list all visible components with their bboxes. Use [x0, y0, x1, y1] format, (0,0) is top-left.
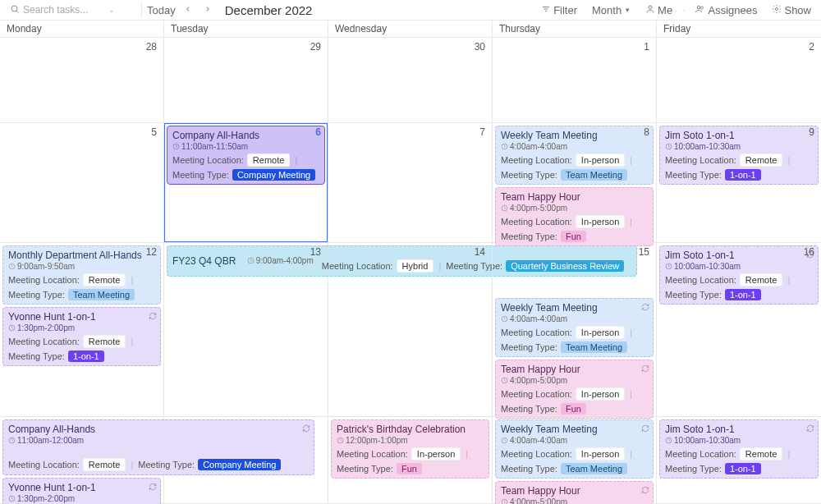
event-time: 9:00am-4:00pm	[247, 256, 314, 265]
meeting-type-label: Meeting Type:	[337, 464, 393, 474]
clock-icon	[8, 324, 16, 332]
person-icon	[645, 4, 655, 16]
day-header-thu: Thursday	[493, 21, 657, 37]
event-title: Patrick's Birthday Celebration	[337, 424, 484, 435]
pipe: |	[293, 155, 299, 165]
day-cell[interactable]: Jim Soto 1-on-1 10:00am-10:30am Meeting …	[657, 417, 821, 504]
clock-icon	[8, 495, 16, 502]
next-button[interactable]	[200, 2, 215, 17]
day-header-fri: Friday	[657, 21, 821, 37]
type-pill: Company Meeting	[232, 169, 315, 181]
date-number: 28	[146, 41, 157, 53]
day-cell[interactable]: 7	[328, 123, 493, 243]
event-jim-soto[interactable]: Jim Soto 1-on-1 10:00am-10:30am Meeting …	[659, 245, 819, 305]
meeting-location-label: Meeting Location:	[501, 328, 572, 337]
day-cell[interactable]: Company All-Hands 11:00am-12:00am Meetin…	[0, 417, 164, 504]
meeting-type-label: Meeting Type:	[501, 342, 557, 352]
event-yvonne[interactable]: Yvonne Hunt 1-on-1 1:30pm-2:00pm Meeting…	[2, 307, 161, 366]
meeting-type-label: Meeting Type:	[665, 170, 722, 180]
day-cell[interactable]: Weekly Team Meeting 4:00am-4:00am Meetin…	[493, 123, 657, 243]
day-cell[interactable]: 2	[657, 38, 821, 123]
recurring-icon	[641, 364, 649, 375]
search-wrap[interactable]: ⌄	[5, 2, 136, 18]
event-happy-hour[interactable]: Team Happy Hour 4:00pm-5:00pm Meeting Lo…	[495, 360, 654, 419]
show-label: Show	[784, 4, 811, 16]
event-happy-hour[interactable]: Team Happy Hour 4:00pm-5:00pm	[495, 481, 654, 504]
clock-icon	[337, 437, 344, 444]
view-select[interactable]: Month ▼	[587, 4, 635, 16]
filter-icon	[541, 4, 551, 16]
separator-dot: ·	[682, 4, 685, 16]
event-title: Company All-Hands	[172, 130, 319, 141]
day-cell[interactable]: 28	[0, 38, 164, 123]
event-weekly-team[interactable]: Weekly Team Meeting 4:00am-4:00am Meetin…	[495, 298, 654, 357]
event-yvonne[interactable]: Yvonne Hunt 1-on-1 1:30pm-2:00pm Meeting…	[2, 478, 161, 504]
event-title: Jim Soto 1-on-1	[665, 130, 813, 141]
day-cell[interactable]: 30	[328, 38, 493, 123]
event-happy-hour[interactable]: Team Happy Hour 4:00pm-5:00pm Meeting Lo…	[495, 187, 654, 246]
svg-point-6	[698, 6, 701, 9]
day-cell-today[interactable]: Company All-Hands 11:00am-11:50am Meetin…	[164, 123, 328, 243]
day-cell[interactable]: 1	[493, 38, 657, 123]
event-time: 4:00am-4:00am	[501, 436, 648, 445]
date-number: 8	[644, 126, 649, 138]
event-title: Team Happy Hour	[501, 191, 648, 203]
day-cell[interactable]: Weekly Team Meeting 4:00am-4:00am Meetin…	[493, 243, 657, 417]
chevron-down-icon[interactable]: ⌄	[108, 6, 115, 14]
day-cell[interactable]: 14	[328, 243, 493, 417]
event-weekly-team[interactable]: Weekly Team Meeting 4:00am-4:00am Meetin…	[495, 126, 654, 185]
clock-icon	[501, 498, 508, 504]
event-monthly-dept[interactable]: Monthly Department All-Hands 9:00am-9:50…	[2, 245, 161, 305]
week-row: Company All-Hands 11:00am-12:00am Meetin…	[0, 417, 821, 504]
clock-icon	[501, 204, 508, 212]
event-title: Jim Soto 1-on-1	[665, 424, 813, 435]
type-pill: Fun	[561, 403, 586, 415]
svg-line-1	[16, 11, 18, 12]
recurring-icon	[806, 424, 814, 435]
date-number: 13	[310, 246, 321, 258]
clock-icon	[172, 143, 180, 150]
day-cell[interactable]: 29	[164, 38, 328, 123]
event-jim-soto[interactable]: Jim Soto 1-on-1 10:00am-10:30am Meeting …	[659, 419, 819, 479]
people-icon	[695, 4, 705, 16]
assignees-button[interactable]: Assignees	[690, 4, 762, 16]
prev-button[interactable]	[181, 2, 195, 17]
view-label: Month	[592, 4, 621, 16]
today-button[interactable]: Today	[147, 4, 176, 16]
event-company-allhands[interactable]: Company All-Hands 11:00am-11:50am Meetin…	[167, 126, 325, 185]
location-pill: In-person	[576, 387, 625, 401]
toolbar: ⌄ Today December 2022 Filter Month ▼ Me …	[0, 0, 821, 20]
day-cell[interactable]: Patrick's Birthday Celebration 12:00pm-1…	[328, 417, 493, 504]
filter-button[interactable]: Filter	[536, 4, 582, 16]
event-title: Weekly Team Meeting	[501, 130, 648, 141]
day-cell[interactable]: 5	[0, 123, 164, 243]
day-header-tue: Tuesday	[164, 21, 328, 37]
type-pill: Fun	[561, 231, 586, 242]
meeting-location-label: Meeting Location:	[665, 449, 736, 459]
event-jim-soto[interactable]: Jim Soto 1-on-1 10:00am-10:30am Meeting …	[659, 126, 819, 185]
event-patrick-bday[interactable]: Patrick's Birthday Celebration 12:00pm-1…	[331, 419, 489, 479]
day-cell[interactable]: Jim Soto 1-on-1 10:00am-10:30am Meeting …	[657, 243, 821, 417]
search-icon	[10, 4, 20, 16]
event-title: Monthly Department All-Hands	[8, 250, 155, 261]
show-button[interactable]: Show	[767, 4, 816, 16]
event-title: Weekly Team Meeting	[501, 424, 648, 435]
event-time: 10:00am-10:30am	[665, 436, 813, 445]
day-cell[interactable]	[164, 417, 328, 504]
event-weekly-team[interactable]: Weekly Team Meeting 4:00am-4:00am Meetin…	[495, 419, 654, 479]
meeting-location-label: Meeting Location:	[337, 449, 408, 459]
day-cell[interactable]: Monthly Department All-Hands 9:00am-9:50…	[0, 243, 164, 417]
me-button[interactable]: Me	[640, 4, 677, 16]
type-pill: 1-on-1	[725, 169, 761, 181]
chevron-down-icon: ▼	[624, 7, 631, 14]
search-input[interactable]	[23, 4, 105, 16]
day-cell[interactable]: Jim Soto 1-on-1 10:00am-10:30am Meeting …	[657, 123, 821, 243]
clock-icon	[501, 315, 508, 323]
event-time: 1:30pm-2:00pm	[8, 323, 155, 332]
filter-label: Filter	[553, 4, 577, 16]
event-time: 12:00pm-1:00pm	[337, 436, 484, 445]
day-header-mon: Monday	[0, 21, 164, 37]
event-time: 4:00pm-5:00pm	[501, 376, 648, 385]
day-cell[interactable]: FY23 Q4 QBR 9:00am-4:00pm Meeting Locati…	[164, 243, 328, 417]
day-cell[interactable]: Weekly Team Meeting 4:00am-4:00am Meetin…	[493, 417, 657, 504]
